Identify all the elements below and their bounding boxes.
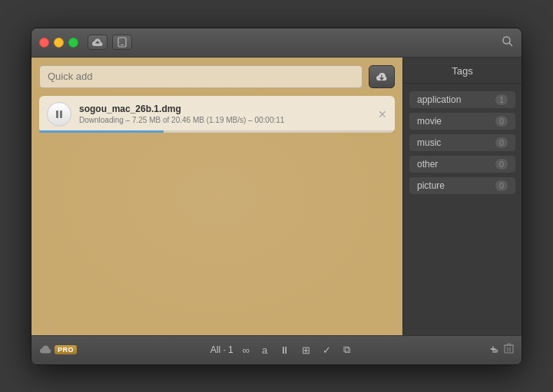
toolbar-check-button[interactable]: ✓ <box>320 343 334 357</box>
title-bar <box>31 28 522 58</box>
download-pause-icon[interactable] <box>47 102 71 127</box>
device-icon <box>118 37 127 48</box>
svg-rect-0 <box>118 38 126 47</box>
device-icon-btn[interactable] <box>112 35 132 50</box>
left-panel: sogou_mac_26b.1.dmg Downloading – 7.25 M… <box>31 58 402 335</box>
download-item: sogou_mac_26b.1.dmg Downloading – 7.25 M… <box>39 96 395 133</box>
tag-count-picture: 0 <box>495 180 508 191</box>
svg-rect-5 <box>505 345 513 353</box>
svg-rect-1 <box>121 44 124 45</box>
cloud-up-icon <box>92 38 103 47</box>
close-button[interactable] <box>39 38 49 48</box>
quick-add-input[interactable] <box>39 65 363 88</box>
download-progress-bar-container <box>39 130 395 133</box>
bottom-toolbar: PRO All · 1 ∞ a ⏸ ⊞ ✓ ⧉ <box>31 335 522 364</box>
toolbar-right <box>487 343 514 357</box>
download-list: sogou_mac_26b.1.dmg Downloading – 7.25 M… <box>39 96 395 133</box>
trash-icon <box>504 343 514 354</box>
quick-add-button[interactable] <box>369 65 395 88</box>
toolbar-add-button[interactable] <box>487 343 499 357</box>
tag-name-movie: movie <box>417 116 442 127</box>
toolbar-loop-button[interactable]: ∞ <box>240 343 253 357</box>
tag-item-picture[interactable]: picture 0 <box>409 177 515 194</box>
tag-item-other[interactable]: other 0 <box>409 156 515 173</box>
download-cancel-button[interactable]: ✕ <box>378 108 387 120</box>
right-panel: Tags application 1 movie 0 music 0 other… <box>402 58 522 335</box>
download-status-text: Downloading – 7.25 MB of 20.46 MB (1.19 … <box>79 116 370 124</box>
toolbar-left: PRO <box>39 344 77 356</box>
toolbar-trash-button[interactable] <box>504 343 514 357</box>
download-filename: sogou_mac_26b.1.dmg <box>79 104 370 114</box>
toolbar-center: All · 1 ∞ a ⏸ ⊞ ✓ ⧉ <box>77 342 487 357</box>
tag-item-movie[interactable]: movie 0 <box>409 113 515 130</box>
svg-rect-3 <box>56 110 58 118</box>
toolbar-cloud-icon <box>39 344 51 356</box>
pro-badge: PRO <box>55 345 77 354</box>
toolbar-alpha-button[interactable]: a <box>259 343 270 357</box>
tag-count-music: 0 <box>495 137 508 148</box>
title-bar-icons <box>88 35 132 50</box>
tags-title: Tags <box>403 58 522 84</box>
quick-add-row <box>39 65 395 88</box>
tag-count-other: 0 <box>495 159 508 170</box>
tag-count-application: 1 <box>495 94 508 105</box>
download-progress-fill <box>39 130 164 133</box>
download-info: sogou_mac_26b.1.dmg Downloading – 7.25 M… <box>79 104 370 124</box>
tag-name-other: other <box>417 159 438 170</box>
tag-name-music: music <box>417 137 441 148</box>
cloud-icon-btn[interactable] <box>88 35 108 50</box>
tag-name-application: application <box>417 94 461 105</box>
svg-rect-4 <box>60 110 62 118</box>
search-icon <box>502 35 514 48</box>
tag-item-application[interactable]: application 1 <box>409 91 515 108</box>
tag-name-picture: picture <box>417 180 445 191</box>
maximize-button[interactable] <box>68 38 78 48</box>
minimize-button[interactable] <box>54 38 64 48</box>
cloud-download-icon <box>376 71 388 82</box>
tag-item-music[interactable]: music 0 <box>409 134 515 151</box>
tags-list: application 1 movie 0 music 0 other 0 pi… <box>403 84 522 202</box>
add-download-icon <box>487 343 499 355</box>
app-window: sogou_mac_26b.1.dmg Downloading – 7.25 M… <box>31 28 522 365</box>
tag-count-movie: 0 <box>495 116 508 127</box>
search-button[interactable] <box>502 35 514 50</box>
toolbar-grid-button[interactable]: ⊞ <box>299 343 313 357</box>
pause-icon <box>55 110 63 119</box>
toolbar-stats: All · 1 <box>210 344 233 355</box>
toolbar-pause-button[interactable]: ⏸ <box>276 343 293 357</box>
traffic-lights <box>39 38 78 48</box>
main-content: sogou_mac_26b.1.dmg Downloading – 7.25 M… <box>31 58 522 335</box>
toolbar-box-button[interactable]: ⧉ <box>340 342 353 357</box>
toolbar-upload-icon <box>39 344 51 354</box>
